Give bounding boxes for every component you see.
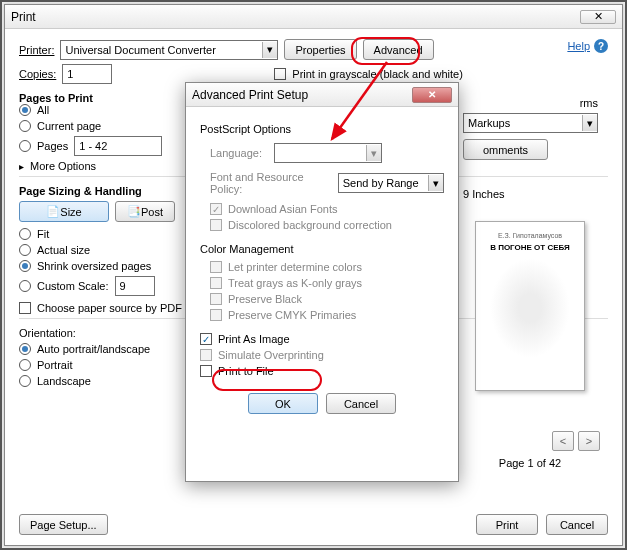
download-asian-fonts-checkbox bbox=[210, 203, 222, 215]
font-policy-select[interactable]: Send by Range▾ bbox=[338, 173, 444, 193]
chevron-down-icon: ▾ bbox=[366, 145, 381, 161]
markups-select[interactable]: Markups ▾ bbox=[463, 113, 598, 133]
prev-page-button[interactable]: < bbox=[552, 431, 574, 451]
radio-pages[interactable] bbox=[19, 140, 31, 152]
radio-portrait[interactable] bbox=[19, 359, 31, 371]
chevron-right-icon bbox=[19, 160, 24, 172]
grayscale-checkbox[interactable] bbox=[274, 68, 286, 80]
ps-language-select: ▾ bbox=[274, 143, 382, 163]
print-to-file-checkbox[interactable] bbox=[200, 365, 212, 377]
radio-all[interactable] bbox=[19, 104, 31, 116]
cancel-button[interactable]: Cancel bbox=[546, 514, 608, 535]
discolored-bg-checkbox bbox=[210, 219, 222, 231]
preserve-cmyk-checkbox bbox=[210, 309, 222, 321]
adv-titlebar: Advanced Print Setup ✕ bbox=[186, 83, 458, 107]
radio-fit[interactable] bbox=[19, 228, 31, 240]
print-title: Print bbox=[11, 10, 36, 24]
page-setup-button[interactable]: Page Setup... bbox=[19, 514, 108, 535]
properties-button[interactable]: Properties bbox=[284, 39, 356, 60]
preserve-black-checkbox bbox=[210, 293, 222, 305]
treat-grays-checkbox bbox=[210, 277, 222, 289]
close-icon[interactable]: ✕ bbox=[412, 87, 452, 103]
radio-custom-scale[interactable] bbox=[19, 280, 31, 292]
postscript-options-heading: PostScript Options bbox=[200, 123, 444, 135]
ok-button[interactable]: OK bbox=[248, 393, 318, 414]
let-printer-checkbox bbox=[210, 261, 222, 273]
copies-label: Copies: bbox=[19, 68, 56, 80]
simulate-overprinting-checkbox bbox=[200, 349, 212, 361]
page-counter: Page 1 of 42 bbox=[460, 457, 600, 469]
advanced-print-setup-dialog: Advanced Print Setup ✕ PostScript Option… bbox=[185, 82, 459, 482]
help-link[interactable]: Help ? bbox=[567, 39, 608, 53]
radio-actual-size[interactable] bbox=[19, 244, 31, 256]
paper-size-label: 9 Inches bbox=[463, 188, 598, 200]
document-preview-image bbox=[490, 258, 570, 358]
pages-range-input[interactable] bbox=[74, 136, 162, 156]
adv-cancel-button[interactable]: Cancel bbox=[326, 393, 396, 414]
print-titlebar: Print ✕ bbox=[5, 5, 622, 29]
color-mgmt-heading: Color Management bbox=[200, 243, 444, 255]
print-button[interactable]: Print bbox=[476, 514, 538, 535]
chevron-down-icon: ▾ bbox=[262, 42, 277, 58]
chevron-down-icon: ▾ bbox=[428, 175, 443, 191]
size-button[interactable]: 📄 Size bbox=[19, 201, 109, 222]
comments-button[interactable]: omments bbox=[463, 139, 548, 160]
next-page-button[interactable]: > bbox=[578, 431, 600, 451]
print-preview: Е.З. Гипоталамусов В ПОГОНЕ ОТ СЕБЯ < > … bbox=[460, 209, 600, 499]
close-icon[interactable]: ✕ bbox=[580, 10, 616, 24]
radio-auto-orient[interactable] bbox=[19, 343, 31, 355]
print-as-image-checkbox[interactable] bbox=[200, 333, 212, 345]
radio-current-page[interactable] bbox=[19, 120, 31, 132]
custom-scale-input[interactable] bbox=[115, 276, 155, 296]
copies-input[interactable] bbox=[62, 64, 112, 84]
chevron-down-icon: ▾ bbox=[582, 115, 597, 131]
printer-select[interactable]: Universal Document Converter ▾ bbox=[60, 40, 278, 60]
advanced-button[interactable]: Advanced bbox=[363, 39, 434, 60]
choose-source-checkbox[interactable] bbox=[19, 302, 31, 314]
printer-label: Printer: bbox=[19, 44, 54, 56]
poster-button[interactable]: 📑 Post bbox=[115, 201, 175, 222]
radio-landscape[interactable] bbox=[19, 375, 31, 387]
help-icon: ? bbox=[594, 39, 608, 53]
radio-shrink[interactable] bbox=[19, 260, 31, 272]
